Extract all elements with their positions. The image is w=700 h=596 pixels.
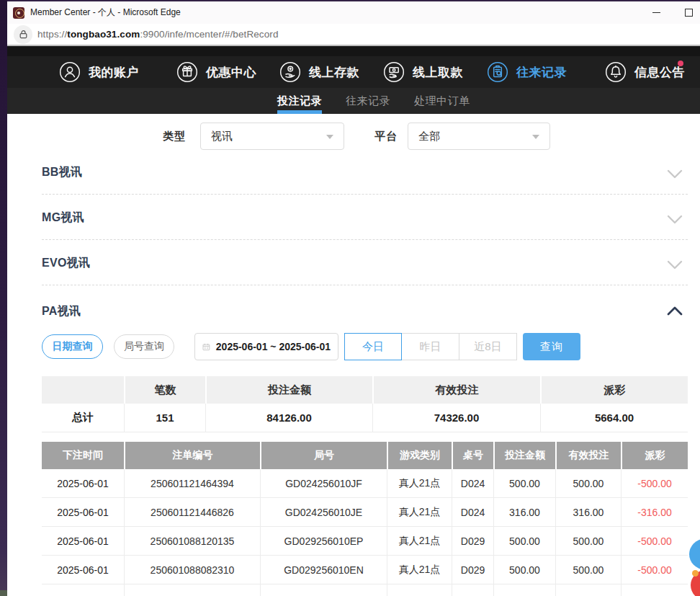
gift-icon [176, 61, 198, 83]
detail-header-cell: 派彩 [621, 442, 688, 469]
query-toolbar: 日期查询 局号查询 2025-06-01 ~ 2025-06-01 今日 昨日 … [42, 333, 688, 360]
detail-cell [555, 584, 621, 596]
summary-header-row: 笔数投注金额有效投注派彩 [42, 376, 688, 404]
detail-row-partial [42, 584, 688, 596]
search-button[interactable]: 查询 [523, 333, 580, 360]
nav-item-withdraw[interactable]: 线上取款 [383, 56, 463, 88]
detail-cell: 2025-06-01 [42, 498, 124, 526]
section-title: BB视讯 [42, 165, 82, 180]
tab-inactive[interactable]: 往来记录 [346, 88, 390, 114]
detail-cell [260, 584, 387, 596]
detail-cell: 2025-06-01 [42, 556, 124, 584]
nav-item-deposit[interactable]: 线上存款 [279, 56, 359, 88]
section-title: MG视讯 [42, 210, 84, 226]
tab-active[interactable]: 投注记录 [277, 88, 322, 114]
nav-item-bell[interactable]: 信息公告 [605, 56, 685, 88]
ssl-lock-button[interactable] [14, 25, 32, 44]
today-button[interactable]: 今日 [344, 333, 402, 360]
nav-item-records[interactable]: 往来记录 [487, 56, 567, 88]
lock-icon [18, 29, 29, 40]
detail-cell: GD029256010EP [260, 527, 387, 555]
detail-cell [621, 584, 688, 596]
url-text[interactable]: https://tongbao31.com:9900/infe/mcenter/… [37, 29, 279, 40]
quick-date-group: 今日 昨日 近8日 [344, 333, 517, 360]
summary-total-row: 总计15184126.0074326.005664.00 [42, 404, 688, 432]
section-collapsed[interactable]: BB视讯 [42, 150, 688, 195]
floating-promo-button[interactable] [691, 570, 700, 596]
nav-item-user[interactable]: 我的账户 [59, 56, 139, 88]
chevron-down-icon[interactable] [667, 169, 683, 182]
type-select[interactable]: 视讯 [200, 123, 344, 150]
summary-value-cell: 5664.00 [540, 404, 688, 432]
nav-item-label: 往来记录 [516, 64, 567, 81]
summary-value-cell: 84126.00 [205, 404, 372, 432]
main-navigation: 我的账户优惠中心线上存款线上取款往来记录信息公告 [7, 56, 700, 88]
date-range-input[interactable]: 2025-06-01 ~ 2025-06-01 [194, 333, 338, 360]
section-collapsed[interactable]: EVO视讯 [42, 240, 688, 285]
last-8-days-button[interactable]: 近8日 [459, 333, 517, 360]
detail-cell: 真人21点 [387, 498, 452, 526]
detail-header-cell: 桌号 [452, 442, 493, 469]
detail-cell: 500.00 [555, 469, 621, 497]
chevron-down-icon [532, 135, 539, 139]
desktop-wallpaper-strip [0, 0, 7, 596]
summary-header-cell: 笔数 [124, 376, 205, 404]
maximize-button[interactable] [673, 1, 700, 24]
desktop-wallpaper-strip-foot [0, 590, 7, 596]
round-query-button[interactable]: 局号查询 [114, 334, 174, 359]
chevron-up-icon[interactable] [667, 306, 683, 319]
minimize-button[interactable] [640, 1, 673, 24]
detail-cell: 真人21点 [387, 469, 452, 497]
chevron-down-icon[interactable] [667, 259, 683, 272]
detail-cell: D029 [452, 556, 493, 584]
nav-item-label: 线上存款 [309, 64, 359, 81]
filter-row: 类型 视讯 平台 全部 [42, 123, 688, 150]
detail-header-row: 下注时间注单编号局号游戏类别桌号投注金额有效投注派彩 [42, 442, 688, 469]
yesterday-button[interactable]: 昨日 [402, 333, 459, 360]
address-bar[interactable]: https://tongbao31.com:9900/infe/mcenter/… [7, 24, 700, 46]
detail-cell: D029 [452, 527, 493, 555]
detail-cell: 真人21点 [387, 556, 452, 584]
section-title: PA视讯 [42, 304, 81, 319]
section-collapsed[interactable]: MG视讯 [42, 195, 688, 240]
page-top-band [7, 46, 700, 56]
detail-cell: 500.00 [493, 556, 555, 584]
records-icon [487, 61, 508, 83]
minimize-icon [652, 12, 660, 14]
detail-cell: 250601121446826 [124, 498, 260, 526]
nav-item-label: 我的账户 [89, 64, 139, 81]
summary-header-cell: 派彩 [540, 376, 688, 404]
window-title: Member Center - 个人 - Microsoft Edge [30, 6, 181, 19]
platform-select[interactable]: 全部 [408, 123, 550, 150]
detail-cell: D024 [452, 498, 493, 526]
summary-header-cell: 有效投注 [372, 376, 540, 404]
detail-cell: D024 [452, 469, 493, 497]
detail-header-cell: 下注时间 [42, 442, 124, 469]
window-titlebar[interactable]: Member Center - 个人 - Microsoft Edge [7, 1, 700, 24]
nav-item-label: 优惠中心 [206, 64, 256, 81]
detail-cell [387, 584, 452, 596]
nav-item-gift[interactable]: 优惠中心 [176, 56, 256, 88]
detail-cell: 真人21点 [387, 527, 452, 555]
detail-cell: 2025-06-01 [42, 469, 124, 497]
section-pa[interactable]: PA视讯 [42, 304, 688, 317]
date-query-button[interactable]: 日期查询 [42, 334, 103, 359]
detail-cell [124, 584, 260, 596]
chevron-down-icon[interactable] [667, 214, 683, 227]
detail-cell: 500.00 [493, 469, 555, 497]
summary-value-cell: 74326.00 [372, 404, 540, 432]
detail-cell: 250601088082310 [124, 556, 260, 584]
detail-row: 2025-06-01250601121446826GD024256010JE真人… [42, 498, 688, 527]
detail-cell: -500.00 [621, 469, 688, 497]
nav-item-label: 信息公告 [634, 64, 685, 81]
deposit-icon [279, 61, 301, 83]
detail-header-cell: 局号 [260, 442, 387, 469]
site-favicon [13, 7, 24, 19]
user-icon [59, 61, 81, 83]
tab-inactive[interactable]: 处理中订单 [414, 88, 470, 114]
detail-cell [493, 584, 555, 596]
detail-header-cell: 投注金额 [493, 442, 555, 469]
platform-filter-label: 平台 [374, 130, 398, 143]
detail-cell: 316.00 [555, 498, 621, 526]
withdraw-icon [383, 61, 405, 83]
